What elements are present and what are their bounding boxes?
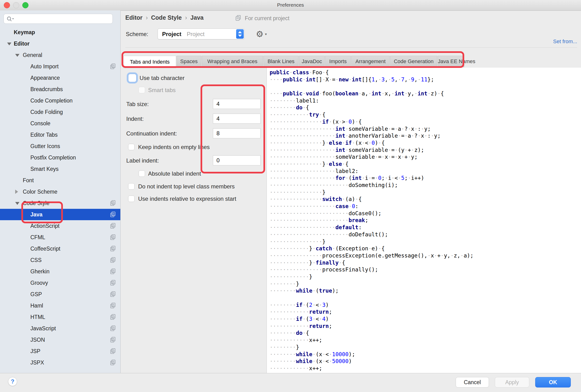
continuation-indent-input[interactable]: 8 [213,128,260,138]
set-from-link[interactable]: Set from... [553,38,577,44]
label-indent-input[interactable]: 0 [213,156,260,166]
copy-settings-icon [110,268,116,274]
sidebar-item-label: GSP [30,291,42,298]
sidebar-item-code-style[interactable]: Code Style [0,198,120,209]
sidebar-item-gsp[interactable]: GSP [0,288,120,300]
use-tab-character-checkbox[interactable] [128,74,136,82]
tab-spaces[interactable]: Spaces [176,56,201,67]
sidebar-item-label: Postfix Completion [30,154,76,161]
copy-settings-icon [110,223,116,229]
tab-label: Tabs and Indents [124,59,176,65]
sidebar-item-editor[interactable]: Editor [0,38,120,49]
sidebar-item-javascript[interactable]: JavaScript [0,323,120,334]
tab-label: Code Generation [390,58,437,64]
copy-settings-icon [110,257,116,263]
sidebar-item-label: Color Scheme [23,189,58,195]
chevron-down-icon[interactable] [15,54,20,57]
sidebar-item-label: ActionScript [30,223,60,229]
tab-code-generation[interactable]: Code Generation [390,56,437,67]
absolute-label-indent-checkbox[interactable] [138,170,145,177]
sidebar-item-gherkin[interactable]: Gherkin [0,266,120,277]
breadcrumb-separator: › [142,14,151,21]
sidebar-item-groovy[interactable]: Groovy [0,277,120,288]
cancel-button[interactable]: Cancel [456,377,489,388]
tab-javadoc[interactable]: JavaDoc [299,56,325,67]
breadcrumb-segment[interactable]: Code Style [151,14,182,21]
sidebar-item-actionscript[interactable]: ActionScript [0,220,120,232]
sidebar-item-haml[interactable]: Haml [0,300,120,311]
sidebar-item-json[interactable]: JSON [0,334,120,346]
breadcrumb-segment[interactable]: Java [190,14,204,21]
sidebar-item-code-completion[interactable]: Code Completion [0,95,120,106]
scheme-copy-icon [236,15,241,22]
sidebar-item-console[interactable]: Console [0,118,120,129]
sidebar-item-label: Code Completion [30,98,72,104]
sidebar-item-color-scheme[interactable]: Color Scheme [0,186,120,198]
ok-button[interactable]: OK [535,377,571,388]
sidebar-item-label: JSP [30,348,40,354]
chevron-down-icon[interactable] [15,202,20,205]
tab-imports[interactable]: Imports [325,56,351,67]
copy-settings-icon [110,302,116,309]
indent-input[interactable]: 4 [213,114,260,124]
help-button[interactable]: ? [8,377,17,386]
sidebar-item-label: CFML [30,234,45,240]
sidebar-item-java[interactable]: Java [0,209,120,220]
sidebar-item-cfml[interactable]: CFML [0,232,120,243]
breadcrumb: Editor›Code Style›Java [125,14,204,21]
tab-label: Imports [326,58,350,64]
sidebar-item-keymap[interactable]: Keymap [0,26,120,38]
sidebar-item-label: General [23,52,42,58]
sidebar-item-label: Editor [14,40,30,47]
sidebar-item-gutter-icons[interactable]: Gutter Icons [0,140,120,152]
sidebar-item-breadcrumbs[interactable]: Breadcrumbs [0,84,120,95]
header-divider [125,48,577,48]
code-preview: public·class·Foo·{····public·int[]·X·=·n… [270,69,474,372]
sidebar-item-html[interactable]: HTML [0,311,120,323]
sidebar-item-coffeescript[interactable]: CoffeeScript [0,243,120,254]
indents-relative-label: Use indents relative to expression start [138,196,236,202]
tab-arrangement[interactable]: Arrangement [351,56,390,67]
sidebar-item-code-folding[interactable]: Code Folding [0,106,120,118]
sidebar-item-smart-keys[interactable]: Smart Keys [0,163,120,175]
tab-java-ee-names[interactable]: Java EE Names [438,56,464,67]
sidebar-item-general[interactable]: General [0,49,120,61]
sidebar-item-label: HTML [30,314,45,320]
keep-indents-checkbox[interactable] [128,144,134,150]
scheme-label: Scheme: [126,31,148,38]
sidebar-item-label: Keymap [14,29,35,36]
sidebar-item-postfix-completion[interactable]: Postfix Completion [0,152,120,163]
copy-settings-icon [110,348,116,354]
scheme-value-secondary: Project [187,31,204,38]
smart-tabs-label: Smart tabs [148,87,176,94]
no-indent-top-level-checkbox[interactable] [128,183,134,190]
sidebar-item-css[interactable]: CSS [0,254,120,266]
search-input[interactable] [4,14,113,24]
gear-icon[interactable]: ⚙▾ [256,29,266,40]
sidebar-item-appearance[interactable]: Appearance [0,72,120,84]
sidebar-item-auto-import[interactable]: Auto Import [0,61,120,72]
scheme-stepper-icon[interactable] [236,29,244,39]
sidebar-item-jspx[interactable]: JSPX [0,357,120,368]
sidebar-item-label: JSON [30,337,45,343]
title-bar: Preferences [0,0,581,11]
indents-relative-checkbox[interactable] [128,196,134,202]
breadcrumb-segment[interactable]: Editor [125,14,142,21]
sidebar-item-editor-tabs[interactable]: Editor Tabs [0,129,120,140]
sidebar-item-label: Font [23,177,34,184]
scheme-select[interactable]: Project Project [158,28,244,40]
settings-sidebar: KeymapEditorGeneralAuto Import Appearanc… [0,10,120,373]
chevron-right-icon[interactable] [15,190,18,194]
tab-size-input[interactable]: 4 [213,99,260,109]
dialog-footer: ? Cancel Apply OK [0,373,581,392]
chevron-down-icon[interactable] [7,42,12,45]
copy-settings-icon [110,360,116,366]
apply-button[interactable]: Apply [495,377,529,388]
tab-tabs-and-indents[interactable]: Tabs and Indents [124,56,176,68]
tab-wrapping-and-braces[interactable]: Wrapping and Braces [202,56,263,67]
breadcrumb-separator: › [182,14,190,21]
search-icon [7,16,14,22]
sidebar-item-jsp[interactable]: JSP [0,346,120,357]
tab-blank-lines[interactable]: Blank Lines [264,56,298,67]
sidebar-item-font[interactable]: Font [0,175,120,186]
